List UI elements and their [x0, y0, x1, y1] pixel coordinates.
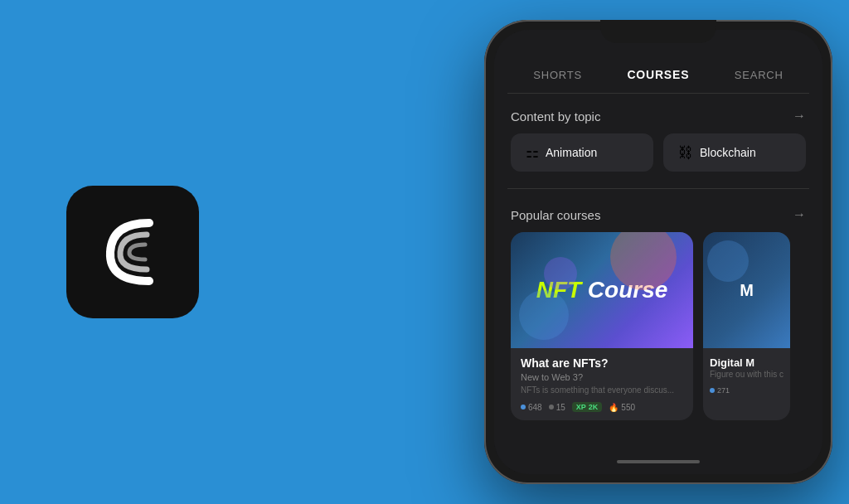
animation-topic[interactable]: ⚏ Animation [511, 133, 653, 172]
topics-row: ⚏ Animation ⛓ Blockchain [494, 133, 822, 188]
content-by-topic-arrow[interactable]: → [793, 109, 806, 124]
nft-card-stats: 648 15 XP 2K [521, 402, 683, 412]
popular-courses-header: Popular courses → [494, 192, 822, 232]
blockchain-label: Blockchain [700, 146, 756, 159]
phone-body: SHORTS COURSES SEARCH Content by topic →… [484, 20, 832, 484]
popular-courses-title: Popular courses [511, 208, 600, 222]
xp-label: XP [576, 403, 586, 411]
nft-card-body: What are NFTs? New to Web 3? NFTs is som… [511, 348, 693, 420]
partial-stat: 271 [710, 386, 784, 395]
nft-thumbnail: NFT Course [511, 232, 693, 348]
animation-label: Animation [546, 146, 597, 159]
partial-thumbnail: M [703, 232, 790, 348]
scroll-area[interactable]: Content by topic → ⚏ Animation ⛓ Blockch… [494, 94, 822, 449]
blockchain-topic[interactable]: ⛓ Blockchain [663, 133, 806, 172]
home-indicator [617, 460, 700, 463]
courses-cards-row: NFT Course What are NFTs? New to Web 3? … [494, 232, 822, 434]
screen-content: SHORTS COURSES SEARCH Content by topic →… [494, 30, 822, 474]
fire-value: 550 [621, 403, 635, 412]
animation-icon: ⚏ [526, 143, 539, 162]
partial-desc: Figure ou with this c [710, 369, 784, 380]
dot-blue [521, 405, 526, 410]
dot-gray [549, 405, 554, 410]
stat-fire: 🔥 550 [609, 403, 635, 412]
partial-stat-value: 271 [717, 386, 730, 395]
partial-dot [710, 388, 715, 393]
nft-card-subtitle: New to Web 3? [521, 372, 683, 382]
nft-card-title: What are NFTs? [521, 356, 683, 370]
popular-courses-arrow[interactable]: → [793, 207, 806, 222]
nav-courses[interactable]: COURSES [627, 68, 689, 81]
nav-shorts[interactable]: SHORTS [533, 69, 582, 81]
partial-course-card[interactable]: M Digital M Figure ou with this c 271 [703, 232, 790, 420]
phone-screen: SHORTS COURSES SEARCH Content by topic →… [494, 30, 822, 474]
content-by-topic-header: Content by topic → [494, 94, 822, 133]
partial-card-body: Digital M Figure ou with this c 271 [703, 348, 790, 403]
stat-15-value: 15 [556, 403, 565, 412]
nav-search[interactable]: SEARCH [735, 69, 784, 81]
fire-icon: 🔥 [609, 403, 619, 412]
stat-648-value: 648 [528, 403, 542, 412]
phone-notch [600, 20, 716, 43]
content-by-topic-title: Content by topic [511, 109, 600, 124]
stat-15: 15 [549, 403, 565, 412]
nft-card-desc: NFTs is something that everyone discus..… [521, 385, 683, 395]
blockchain-icon: ⛓ [678, 144, 693, 162]
nft-course-card[interactable]: NFT Course What are NFTs? New to Web 3? … [511, 232, 693, 420]
xp-value: 2K [589, 403, 599, 411]
popular-courses-section: Popular courses → [494, 192, 822, 434]
section-separator [507, 188, 809, 189]
partial-title: Digital M [710, 356, 784, 369]
stat-648: 648 [521, 403, 542, 412]
xp-badge: XP 2K [572, 402, 603, 412]
partial-letter: M [740, 281, 754, 300]
phone-mockup: SHORTS COURSES SEARCH Content by topic →… [484, 20, 832, 484]
app-icon [66, 186, 199, 318]
bottom-bar [494, 449, 822, 474]
